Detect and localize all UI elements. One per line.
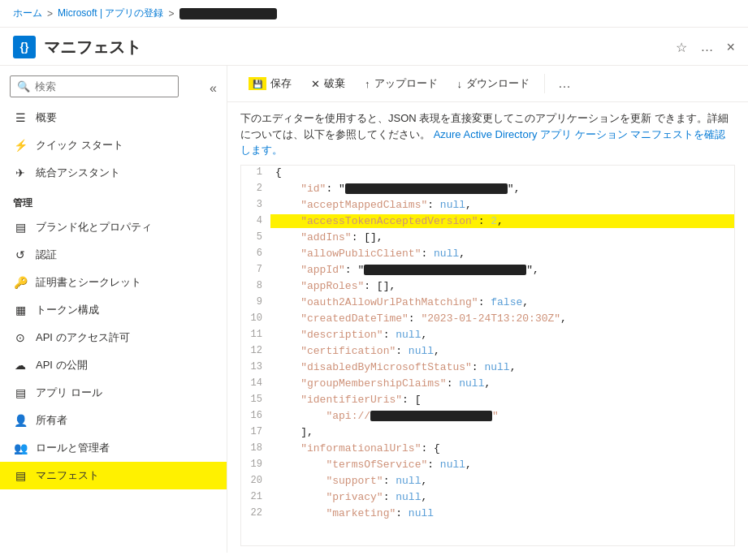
code-line-14: 14 "groupMembershipClaims": null, <box>241 377 734 393</box>
discard-button[interactable]: ✕ 破棄 <box>303 72 353 95</box>
sidebar-item-label: 概要 <box>36 110 57 125</box>
line-num-10: 10 <box>241 312 270 325</box>
sidebar-item-api-access[interactable]: ⊙ API のアクセス許可 <box>0 324 227 351</box>
search-icon: 🔍 <box>17 80 30 93</box>
header-actions: ☆ … × <box>676 39 735 56</box>
page-title: マニフェスト <box>44 37 141 58</box>
code-line-15: 15 "identifierUris": [ <box>241 393 734 409</box>
line-content-12: "certification": null, <box>270 344 734 358</box>
line-num-3: 3 <box>241 198 270 211</box>
upload-button[interactable]: ↑ アップロード <box>357 72 446 95</box>
line-content-18: "informationalUrls": { <box>270 442 734 455</box>
description: 下のエディターを使用すると、JSON 表現を直接変更してこのアプリケーションを更… <box>227 102 748 165</box>
line-content-19: "termsOfService": null, <box>270 458 734 472</box>
line-content-8: "appRoles": [], <box>270 279 734 293</box>
sidebar-item-assistant[interactable]: ✈ 統合アシスタント <box>0 159 227 187</box>
sidebar-item-app-roles[interactable]: ▤ アプリ ロール <box>0 379 227 407</box>
sidebar-item-label: 所有者 <box>36 413 67 428</box>
line-num-15: 15 <box>241 393 270 406</box>
sidebar-item-label: 証明書とシークレット <box>36 275 141 290</box>
sidebar-item-owners[interactable]: 👤 所有者 <box>0 407 227 434</box>
close-icon[interactable]: × <box>726 39 735 56</box>
line-content-16: "api://" <box>270 409 734 423</box>
code-line-17: 17 ], <box>241 425 734 442</box>
upload-label: アップロード <box>374 76 438 91</box>
search-box[interactable]: 🔍 <box>10 75 179 97</box>
breadcrumb-home[interactable]: ホーム <box>13 6 42 20</box>
line-content-21: "privacy": null, <box>270 490 734 504</box>
code-line-7: 7 "appId": "", <box>241 263 734 279</box>
line-content-10: "createdDateTime": "2023-01-24T13:20:30Z… <box>270 312 734 325</box>
line-content-22: "marketing": null <box>270 506 734 520</box>
line-content-14: "groupMembershipClaims": null, <box>270 377 734 390</box>
code-line-3: 3 "acceptMappedClaims": null, <box>241 198 734 214</box>
line-num-18: 18 <box>241 442 270 454</box>
discard-icon: ✕ <box>311 78 320 90</box>
api-access-icon: ⊙ <box>13 331 28 344</box>
overview-icon: ☰ <box>13 111 28 124</box>
sidebar-item-quickstart[interactable]: ⚡ クイック スタート <box>0 131 227 159</box>
token-icon: ▦ <box>13 304 28 317</box>
sidebar-item-label: API のアクセス許可 <box>36 330 130 345</box>
code-line-2: 2 "id": "", <box>241 182 734 198</box>
code-line-19: 19 "termsOfService": null, <box>241 458 734 474</box>
code-line-6: 6 "allowPublicClient": null, <box>241 247 734 263</box>
code-line-16: 16 "api://" <box>241 409 734 425</box>
sidebar-item-label: マニフェスト <box>36 468 99 483</box>
pin-icon[interactable]: ☆ <box>676 40 687 55</box>
line-num-2: 2 <box>241 182 270 195</box>
line-num-1: 1 <box>241 166 270 179</box>
code-line-21: 21 "privacy": null, <box>241 490 734 506</box>
code-line-13: 13 "disabledByMicrosoftStatus": null, <box>241 360 734 377</box>
sidebar-item-api-expose[interactable]: ☁ API の公開 <box>0 351 227 379</box>
sidebar-item-label: トークン構成 <box>36 303 99 317</box>
download-icon: ↓ <box>457 78 463 90</box>
line-num-20: 20 <box>241 474 270 487</box>
line-content-15: "identifierUris": [ <box>270 393 734 407</box>
code-line-22: 22 "marketing": null <box>241 506 734 523</box>
certs-icon: 🔑 <box>13 276 28 289</box>
sidebar-item-overview[interactable]: ☰ 概要 <box>0 104 227 131</box>
toolbar-ellipsis-icon[interactable]: … <box>551 72 577 95</box>
sidebar-item-label: アプリ ロール <box>36 386 102 400</box>
sidebar-item-roles-admins[interactable]: 👥 ロールと管理者 <box>0 434 227 462</box>
download-label: ダウンロード <box>466 76 530 91</box>
sidebar-item-branding[interactable]: ▤ ブランド化とプロパティ <box>0 213 227 241</box>
manage-section-header: 管理 <box>0 187 227 213</box>
sidebar-item-label: 統合アシスタント <box>36 166 120 180</box>
line-content-2: "id": "", <box>270 182 734 196</box>
description-link1[interactable]: Azure Active Directory アプリ <box>434 128 573 140</box>
line-num-16: 16 <box>241 409 270 422</box>
app-roles-icon: ▤ <box>13 386 28 399</box>
code-editor[interactable]: 1 { 2 "id": "", 3 "acceptMappedClaims": … <box>240 165 735 547</box>
search-input[interactable] <box>35 80 171 93</box>
line-num-21: 21 <box>241 490 270 503</box>
line-content-4: "accessTokenAcceptedVersion": 2, <box>270 214 734 228</box>
line-content-17: ], <box>270 425 734 439</box>
sidebar-item-label: ブランド化とプロパティ <box>36 220 152 235</box>
breadcrumb-sep1: > <box>47 8 53 19</box>
line-num-12: 12 <box>241 344 270 357</box>
toolbar: 💾 保存 ✕ 破棄 ↑ アップロード ↓ ダウンロード … <box>227 66 748 102</box>
download-button[interactable]: ↓ ダウンロード <box>449 72 538 95</box>
sidebar-item-auth[interactable]: ↺ 認証 <box>0 241 227 269</box>
page-header: {} マニフェスト ☆ … × <box>0 28 748 66</box>
sidebar-item-certs[interactable]: 🔑 証明書とシークレット <box>0 269 227 296</box>
save-button[interactable]: 💾 保存 <box>240 72 300 95</box>
sidebar-item-label: ロールと管理者 <box>36 441 110 455</box>
sidebar-item-token[interactable]: ▦ トークン構成 <box>0 296 227 324</box>
sidebar-item-manifest[interactable]: ▤ マニフェスト <box>0 462 227 489</box>
code-line-8: 8 "appRoles": [], <box>241 279 734 295</box>
line-num-9: 9 <box>241 295 270 308</box>
header-ellipsis-icon[interactable]: … <box>700 40 713 54</box>
line-content-20: "support": null, <box>270 474 734 488</box>
toolbar-separator <box>544 74 545 93</box>
breadcrumb-redacted <box>179 8 277 19</box>
line-content-11: "description": null, <box>270 328 734 342</box>
code-line-10: 10 "createdDateTime": "2023-01-24T13:20:… <box>241 312 734 328</box>
branding-icon: ▤ <box>13 221 28 234</box>
sidebar-item-label: 認証 <box>36 248 57 262</box>
code-line-12: 12 "certification": null, <box>241 344 734 360</box>
breadcrumb-microsoft[interactable]: Microsoft | アプリの登録 <box>58 6 163 20</box>
collapse-icon[interactable]: « <box>206 78 220 99</box>
